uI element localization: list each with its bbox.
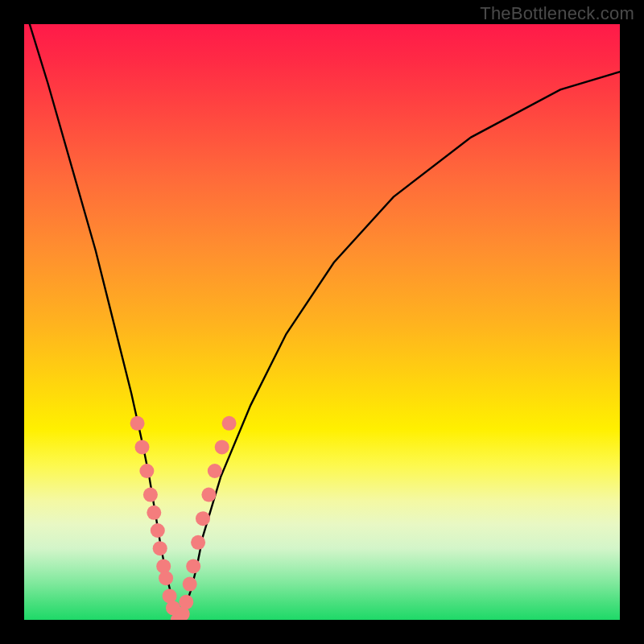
marker-dot — [186, 559, 200, 573]
marker-dot — [183, 577, 197, 592]
marker-dot — [143, 488, 158, 502]
marker-dot — [208, 464, 222, 478]
marker-dot — [153, 541, 167, 555]
marker-dot — [196, 511, 210, 526]
chart-frame: TheBottleneck.com — [0, 0, 644, 644]
bottleneck-curve — [24, 24, 620, 620]
marker-dot — [147, 506, 161, 520]
chart-svg — [24, 24, 620, 620]
marker-dot — [159, 571, 173, 585]
marker-dot — [179, 595, 193, 609]
highlight-dots — [130, 416, 237, 620]
watermark-text: TheBottleneck.com — [480, 3, 634, 24]
marker-dot — [130, 416, 145, 431]
marker-dot — [215, 440, 229, 454]
marker-dot — [201, 488, 216, 502]
marker-dot — [222, 416, 237, 431]
plot-area — [24, 24, 620, 620]
marker-dot — [135, 440, 150, 454]
marker-dot — [191, 535, 205, 550]
marker-dot — [151, 523, 165, 538]
marker-dot — [139, 464, 154, 478]
